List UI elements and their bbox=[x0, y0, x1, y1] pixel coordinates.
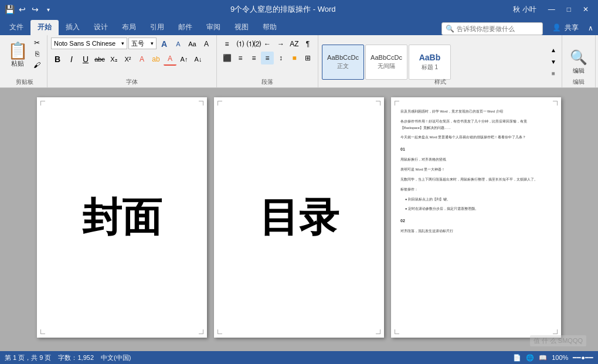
tab-home[interactable]: 开始 bbox=[30, 20, 59, 35]
change-case-button[interactable]: Aa bbox=[186, 38, 199, 50]
clipboard-group: 📋 粘贴 ✂ ⎘ 🖌 剪贴板 bbox=[2, 35, 47, 87]
ribbon-tabs-right: 🔍 👤 共享 ∧ bbox=[441, 21, 598, 35]
tab-help[interactable]: 帮助 bbox=[256, 20, 284, 35]
tab-insert[interactable]: 插入 bbox=[59, 20, 87, 35]
zoom-slider[interactable]: ━━●━━ bbox=[573, 354, 593, 362]
numbering-button[interactable]: ⑴ bbox=[234, 38, 247, 50]
style-no-spacing[interactable]: AaBbCcDc 无间隔 bbox=[365, 45, 407, 80]
strikethrough-button[interactable]: abc bbox=[93, 53, 106, 66]
underline-button[interactable]: U bbox=[79, 53, 92, 66]
content-line-23: 对齐段落，混乱发生这滚动标尺行 bbox=[400, 229, 552, 234]
align-right-button[interactable]: ≡ bbox=[247, 52, 260, 64]
word-count[interactable]: 字数：1,952 bbox=[58, 353, 94, 362]
borders-button[interactable]: ⊞ bbox=[301, 52, 314, 64]
sort-button[interactable]: AZ bbox=[288, 38, 301, 50]
search-area[interactable]: 🔍 bbox=[441, 22, 543, 35]
content-spacer-1 bbox=[400, 115, 552, 118]
subscript-button[interactable]: X₂ bbox=[107, 53, 120, 66]
style-heading1[interactable]: AaBb 标题 1 bbox=[409, 45, 451, 80]
tab-design[interactable]: 设计 bbox=[87, 20, 115, 35]
paste-button[interactable]: 📋 粘贴 bbox=[6, 38, 29, 73]
text-highlight-button[interactable]: ab bbox=[150, 53, 162, 66]
view-read-icon[interactable]: 📖 bbox=[539, 354, 547, 362]
title-bar-title: 9个令人窒息的排版操作 - Word bbox=[53, 4, 513, 15]
content-spacer-22 bbox=[400, 225, 552, 227]
tab-view[interactable]: 视图 bbox=[227, 20, 256, 35]
search-input[interactable] bbox=[457, 25, 539, 32]
language[interactable]: 中文(中国) bbox=[101, 353, 131, 362]
share-button[interactable]: 👤 共享 bbox=[548, 22, 583, 34]
style-normal[interactable]: AaBbCcDc 正文 bbox=[322, 45, 364, 80]
style-heading1-label: 标题 1 bbox=[422, 63, 438, 72]
content-spacer-20 bbox=[400, 213, 552, 215]
tab-file[interactable]: 文件 bbox=[2, 20, 30, 35]
italic-button[interactable]: I bbox=[65, 53, 78, 66]
close-button[interactable]: ✕ bbox=[578, 4, 593, 15]
corner-br bbox=[376, 329, 380, 334]
tab-review[interactable]: 审阅 bbox=[199, 20, 227, 35]
view-normal-icon[interactable]: 📄 bbox=[513, 354, 521, 362]
style-items: AaBbCcDc 正文 AaBbCcDc 无间隔 AaBb 标题 1 bbox=[322, 45, 548, 80]
para-row2: ⬛ ≡ ≡ ≡ ↕ ■ ⊞ bbox=[220, 52, 314, 64]
redo-icon[interactable]: ↪ bbox=[30, 5, 40, 14]
user-name: 秋 小叶 bbox=[513, 5, 536, 15]
style-more-button[interactable]: ≡ bbox=[549, 69, 558, 79]
document-area: 封面 目录 目及另感到困惑时，好学 Word，竟才发现自己的首页一 Word 介… bbox=[0, 88, 598, 351]
clipboard-label: 剪贴板 bbox=[16, 78, 33, 86]
collapse-ribbon-icon[interactable]: ∧ bbox=[588, 24, 593, 32]
editing-group: 🔍 编辑 编辑 bbox=[562, 35, 596, 87]
decrease-font-button[interactable]: A bbox=[172, 38, 185, 50]
font-color-button[interactable]: A bbox=[164, 53, 176, 66]
corner-bl bbox=[395, 329, 399, 334]
content-line-17: 到目鼠标点上的【列】键。 bbox=[400, 197, 552, 202]
content-spacer-8 bbox=[400, 154, 552, 156]
content-inner: 目及另感到困惑时，好学 Word，竟才发现自己的首页一 Word 介绍各步操作书… bbox=[391, 97, 561, 247]
find-button[interactable]: 🔍 编辑 bbox=[566, 47, 592, 77]
content-spacer-6 bbox=[400, 141, 552, 144]
content-line-9: 用鼠标换行，对齐表格的竖线 bbox=[400, 157, 552, 162]
page-info[interactable]: 第 1 页，共 9 页 bbox=[5, 353, 51, 362]
align-center-button[interactable]: ≡ bbox=[234, 52, 247, 64]
paste-label: 粘贴 bbox=[11, 59, 24, 68]
minimize-button[interactable]: — bbox=[543, 4, 560, 15]
tab-references[interactable]: 引用 bbox=[143, 20, 171, 35]
view-web-icon[interactable]: 🌐 bbox=[526, 354, 534, 362]
justify-button[interactable]: ≡ bbox=[261, 52, 274, 64]
superscript-button[interactable]: X² bbox=[121, 53, 134, 66]
align-left-button[interactable]: ⬛ bbox=[220, 52, 233, 64]
bold-button[interactable]: B bbox=[51, 53, 64, 66]
style-scroll-down[interactable]: ▼ bbox=[549, 57, 558, 67]
line-spacing-button[interactable]: ↕ bbox=[274, 52, 287, 64]
font-group: Noto Sans S Chinese ▾ 五号 ▾ A A Aa A B I … bbox=[47, 35, 217, 87]
bullets-button[interactable]: ≡ bbox=[220, 38, 233, 50]
cut-button[interactable]: ✂ bbox=[30, 38, 43, 48]
zoom-level[interactable]: 100% bbox=[552, 354, 568, 361]
content-line-7: 01 bbox=[400, 146, 552, 152]
clear-format-button[interactable]: A bbox=[200, 38, 213, 50]
font-size-grow-button[interactable]: A↑ bbox=[178, 53, 191, 66]
font-row1: Noto Sans S Chinese ▾ 五号 ▾ A A Aa A bbox=[51, 38, 213, 50]
decrease-indent-button[interactable]: ← bbox=[261, 38, 274, 50]
copy-button[interactable]: ⎘ bbox=[30, 49, 43, 59]
tab-mailings[interactable]: 邮件 bbox=[171, 20, 199, 35]
text-effects-button[interactable]: A bbox=[135, 53, 148, 66]
shading-button[interactable]: ■ bbox=[288, 52, 301, 64]
cover-text: 封面 bbox=[37, 97, 207, 338]
style-scroll-up[interactable]: ▲ bbox=[549, 45, 558, 56]
font-size-select[interactable]: 五号 ▾ bbox=[128, 38, 157, 49]
show-marks-button[interactable]: ¶ bbox=[301, 38, 314, 50]
maximize-button[interactable]: □ bbox=[562, 4, 576, 15]
save-icon[interactable]: 💾 bbox=[5, 5, 14, 14]
increase-indent-button[interactable]: → bbox=[274, 38, 287, 50]
font-size-shrink-button[interactable]: A↓ bbox=[192, 53, 205, 66]
tab-layout[interactable]: 布局 bbox=[115, 20, 143, 35]
customize-qat-icon[interactable]: ▾ bbox=[43, 5, 53, 14]
format-painter-button[interactable]: 🖌 bbox=[30, 60, 43, 70]
font-name-dropdown-icon: ▾ bbox=[121, 40, 124, 46]
undo-icon[interactable]: ↩ bbox=[18, 5, 27, 14]
paragraph-group-label: 段落 bbox=[261, 78, 273, 86]
toc-page: 目录 bbox=[214, 97, 384, 338]
multilevel-button[interactable]: ⑴⑵ bbox=[247, 38, 260, 50]
increase-font-button[interactable]: A bbox=[158, 38, 171, 50]
font-name-select[interactable]: Noto Sans S Chinese ▾ bbox=[51, 38, 127, 49]
